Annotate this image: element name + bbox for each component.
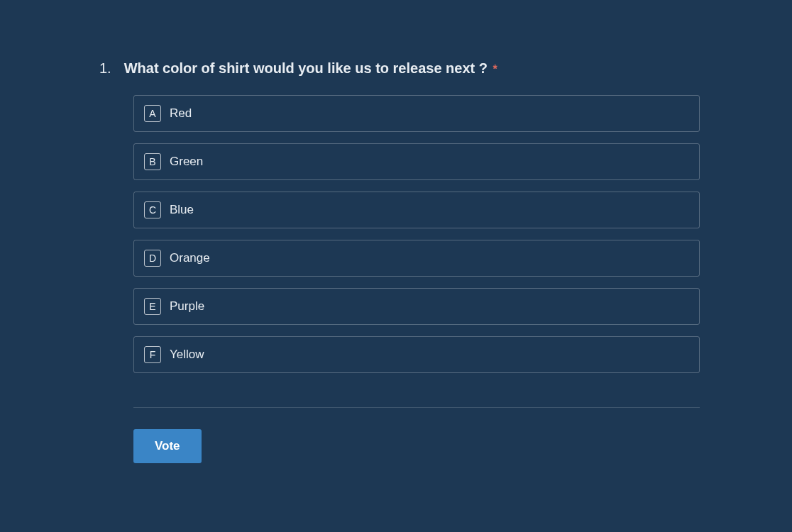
option-b[interactable]: B Green (133, 143, 700, 180)
required-asterisk: * (493, 63, 497, 75)
question-text: What color of shirt would you like us to… (124, 60, 488, 76)
option-key: E (144, 298, 161, 315)
option-c[interactable]: C Blue (133, 192, 700, 228)
option-e[interactable]: E Purple (133, 288, 700, 325)
option-key: C (144, 201, 161, 218)
option-a[interactable]: A Red (133, 95, 700, 132)
options-list: A Red B Green C Blue D Orange E Purple F… (133, 95, 700, 373)
option-label: Red (170, 106, 192, 121)
divider (133, 407, 700, 408)
option-d[interactable]: D Orange (133, 240, 700, 277)
option-key: D (144, 250, 161, 267)
vote-button[interactable]: Vote (133, 429, 202, 463)
question-number: 1. (92, 60, 111, 77)
option-label: Orange (170, 251, 210, 265)
option-label: Blue (170, 203, 194, 217)
question-row: 1. What color of shirt would you like us… (92, 60, 700, 77)
option-label: Purple (170, 299, 204, 314)
option-key: F (144, 346, 161, 363)
option-label: Yellow (170, 348, 204, 362)
option-key: A (144, 105, 161, 122)
option-key: B (144, 153, 161, 170)
question-text-wrap: What color of shirt would you like us to… (124, 60, 497, 77)
poll-container: 1. What color of shirt would you like us… (0, 0, 792, 492)
option-label: Green (170, 155, 203, 169)
option-f[interactable]: F Yellow (133, 336, 700, 373)
